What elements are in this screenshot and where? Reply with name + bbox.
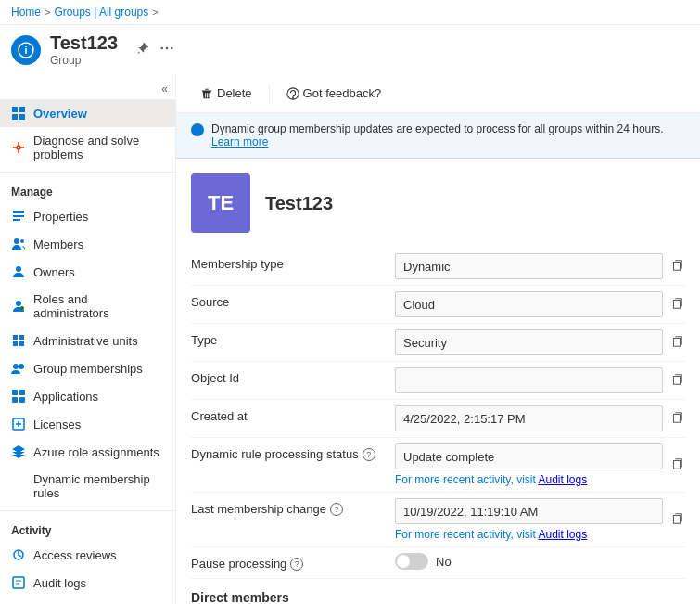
members-icon xyxy=(11,237,26,251)
sidebar-item-azure-roles[interactable]: Azure role assignments xyxy=(0,438,175,466)
svg-rect-12 xyxy=(13,219,20,221)
group-memberships-icon xyxy=(11,361,26,376)
sidebar-item-roles-administrators[interactable]: Roles and administrators xyxy=(0,286,175,327)
sidebar-activity-label: Activity xyxy=(0,515,175,541)
svg-text:i: i xyxy=(24,45,27,56)
svg-point-3 xyxy=(166,47,169,50)
sidebar-group-memberships-label: Group memberships xyxy=(33,362,143,376)
page-icon: i xyxy=(11,35,41,65)
toolbar-divider xyxy=(269,84,270,103)
svg-point-13 xyxy=(14,238,19,244)
prop-row-object-id: Object Id xyxy=(191,362,685,400)
audit-logs-link-2[interactable]: Audit logs xyxy=(538,528,587,541)
breadcrumb-sep-2: > xyxy=(152,6,158,18)
info-icon-pause[interactable]: ? xyxy=(290,558,303,571)
prop-value-type: Security xyxy=(395,329,663,355)
sidebar-item-properties[interactable]: Properties xyxy=(0,202,175,230)
prop-value-wrap-created-at: 4/25/2022, 2:15:17 PM xyxy=(395,405,685,431)
svg-rect-18 xyxy=(13,335,18,340)
direct-members-title: Direct members xyxy=(191,590,685,604)
prop-label-last-membership: Last membership change ? xyxy=(191,498,395,516)
prop-row-dynamic-status: Dynamic rule processing status ? Update … xyxy=(191,438,685,493)
prop-value-membership-type: Dynamic xyxy=(395,253,663,279)
page-subtitle: Group xyxy=(50,54,118,67)
svg-point-9 xyxy=(17,146,20,149)
svg-point-22 xyxy=(13,364,19,369)
prop-value-object-id xyxy=(395,367,663,393)
breadcrumb-groups[interactable]: Groups | All groups xyxy=(54,6,148,19)
sidebar-item-audit-logs[interactable]: Audit logs xyxy=(0,569,175,597)
prop-value-wrap-object-id xyxy=(395,367,685,393)
info-banner-icon: i xyxy=(191,123,204,136)
prop-row-membership-type: Membership type Dynamic xyxy=(191,248,685,286)
sidebar-item-overview[interactable]: Overview xyxy=(0,99,175,127)
info-icon-last-membership[interactable]: ? xyxy=(330,503,343,516)
delete-button[interactable]: Delete xyxy=(191,82,261,105)
svg-point-4 xyxy=(171,47,173,50)
audit-logs-link-1[interactable]: Audit logs xyxy=(538,473,587,486)
header-actions xyxy=(134,40,175,59)
sidebar-dynamic-rules-label: Dynamic membership rules xyxy=(33,472,164,500)
sidebar-item-applications[interactable]: Applications xyxy=(0,382,175,410)
pause-value-label: No xyxy=(436,555,452,569)
prop-sub-last-membership: For more recent activity, visit Audit lo… xyxy=(395,528,663,541)
prop-value-dynamic-status: Update complete xyxy=(395,443,663,469)
sidebar-item-licenses[interactable]: Licenses xyxy=(0,410,175,438)
prop-value-source: Cloud xyxy=(395,291,663,317)
sidebar-collapse: « xyxy=(0,78,175,99)
prop-label-created-at: Created at xyxy=(191,405,395,423)
info-banner-link[interactable]: Learn more xyxy=(211,135,268,148)
copy-membership-type[interactable] xyxy=(668,257,685,276)
app-container: Home > Groups | All groups > i Test123 G… xyxy=(0,0,700,604)
owners-icon xyxy=(11,264,26,279)
svg-rect-26 xyxy=(12,397,18,403)
info-banner-text: Dynamic group membership updates are exp… xyxy=(211,122,685,148)
svg-point-16 xyxy=(16,301,21,306)
sidebar-admin-units-label: Administrative units xyxy=(33,334,138,348)
prop-sub-dynamic-status: For more recent activity, visit Audit lo… xyxy=(395,473,663,486)
prop-value-wrap-source: Cloud xyxy=(395,291,685,317)
admin-units-icon xyxy=(11,333,26,348)
breadcrumb-home[interactable]: Home xyxy=(11,6,41,19)
page-title-block: Test123 Group xyxy=(50,32,118,67)
prop-value-wrap-membership-type: Dynamic xyxy=(395,253,685,279)
prop-value-created-at: 4/25/2022, 2:15:17 PM xyxy=(395,405,663,431)
svg-rect-24 xyxy=(12,390,18,395)
copy-source[interactable] xyxy=(668,295,685,315)
copy-last-membership[interactable] xyxy=(668,510,685,530)
prop-label-dynamic-status: Dynamic rule processing status ? xyxy=(191,443,395,461)
copy-object-id[interactable] xyxy=(668,371,685,391)
group-name: Test123 xyxy=(265,193,333,214)
pin-button[interactable] xyxy=(134,40,151,59)
dynamic-rules-icon xyxy=(11,479,26,494)
azure-roles-icon xyxy=(11,444,26,459)
group-header: TE Test123 xyxy=(176,159,700,240)
svg-point-14 xyxy=(20,239,24,243)
applications-icon xyxy=(11,389,26,404)
sidebar-item-owners[interactable]: Owners xyxy=(0,258,175,286)
sidebar-collapse-button[interactable]: « xyxy=(161,83,168,96)
copy-type[interactable] xyxy=(668,333,685,353)
toggle-wrap-pause: No xyxy=(395,553,452,570)
sidebar-item-diagnose[interactable]: Diagnose and solve problems xyxy=(0,127,175,168)
sidebar-item-bulk-operations[interactable]: Bulk operation results xyxy=(0,597,175,604)
copy-created-at[interactable] xyxy=(668,409,685,429)
pause-toggle[interactable] xyxy=(395,553,428,570)
sidebar-owners-label: Owners xyxy=(33,265,75,279)
sidebar-item-admin-units[interactable]: Administrative units xyxy=(0,327,175,354)
sidebar-properties-label: Properties xyxy=(33,210,88,224)
sidebar-item-dynamic-rules[interactable]: Dynamic membership rules xyxy=(0,466,175,507)
sidebar-item-access-reviews[interactable]: Access reviews xyxy=(0,541,175,569)
breadcrumb-sep-1: > xyxy=(45,6,50,18)
more-button[interactable] xyxy=(159,40,175,59)
feedback-button[interactable]: Got feedback? xyxy=(277,82,391,105)
sidebar-item-members[interactable]: Members xyxy=(0,230,175,258)
sidebar-item-group-memberships[interactable]: Group memberships xyxy=(0,354,175,382)
sidebar-divider-2 xyxy=(0,510,175,511)
svg-rect-6 xyxy=(19,107,25,112)
info-icon-dynamic-status[interactable]: ? xyxy=(363,448,375,461)
content-toolbar: Delete Got feedback? xyxy=(176,74,700,113)
prop-label-object-id: Object Id xyxy=(191,367,395,385)
copy-dynamic-status[interactable] xyxy=(668,456,685,475)
licenses-icon xyxy=(11,417,26,431)
